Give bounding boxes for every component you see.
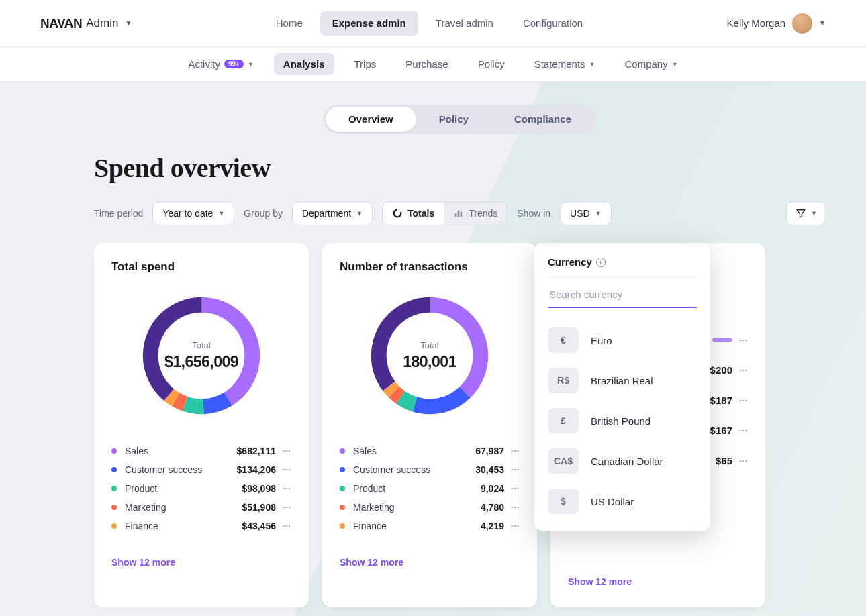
legend-value: 4,780: [481, 502, 504, 513]
svg-rect-2: [458, 211, 460, 217]
currency-option[interactable]: £British Pound: [548, 401, 697, 441]
more-icon[interactable]: ···: [739, 396, 748, 405]
chevron-down-icon: ▼: [218, 210, 224, 217]
info-icon[interactable]: i: [596, 258, 606, 267]
legend-dot: [111, 448, 117, 454]
legend-value: $682,111: [237, 446, 276, 456]
more-icon[interactable]: ···: [283, 465, 291, 474]
legend-dot: [111, 486, 117, 491]
segment-overview[interactable]: Overview: [326, 107, 416, 132]
more-icon[interactable]: ···: [283, 521, 291, 531]
legend-dot: [111, 467, 117, 472]
currency-symbol: R$: [548, 368, 579, 393]
legend-item: Customer success30,453···: [340, 460, 520, 479]
svg-rect-3: [461, 212, 463, 217]
legend-item: Finance$43,456···: [111, 517, 291, 535]
more-icon[interactable]: ···: [511, 446, 520, 456]
popover-title: Currency: [548, 256, 592, 268]
chevron-down-icon: ▼: [589, 61, 595, 68]
sub-nav: Activity 99+ ▼ Analysis Trips Purchase P…: [0, 47, 866, 82]
nav-configuration[interactable]: Configuration: [511, 11, 595, 36]
currency-option[interactable]: $US Dollar: [548, 481, 697, 521]
toggle-trends[interactable]: Trends: [444, 202, 507, 225]
brand-subtitle: Admin: [86, 17, 118, 30]
more-icon[interactable]: ···: [511, 503, 520, 512]
currency-list: €EuroR$Brazilian Real£British PoundCA$Ca…: [548, 320, 697, 521]
toggle-trends-label: Trends: [469, 208, 497, 219]
donut-chart-spend: Total $1,656,009: [134, 289, 269, 423]
filter-button[interactable]: ▼: [786, 201, 826, 225]
avatar: [792, 13, 812, 34]
legend-dot: [111, 505, 117, 510]
subnav-activity[interactable]: Activity 99+ ▼: [179, 53, 262, 75]
subnav-purchase[interactable]: Purchase: [396, 53, 457, 75]
donut-center-value: $1,656,009: [164, 353, 238, 371]
nav-travel-admin[interactable]: Travel admin: [424, 11, 506, 36]
legend-value: $51,908: [242, 502, 276, 513]
legend-item: Product9,024···: [340, 479, 520, 498]
more-icon[interactable]: ···: [511, 484, 520, 493]
metric-value: $187: [710, 395, 732, 406]
legend-dot: [340, 505, 345, 510]
legend-item: Sales67,987···: [340, 442, 520, 460]
card-metrics: Currency i €EuroR$Brazilian Real£British…: [550, 243, 765, 607]
legend-item: Customer success$134,206···: [111, 460, 291, 479]
group-by-dropdown[interactable]: Department ▼: [292, 201, 373, 225]
more-icon[interactable]: ···: [283, 503, 291, 512]
more-icon[interactable]: ···: [739, 366, 748, 375]
more-icon[interactable]: ···: [739, 426, 748, 435]
legend-name: Sales: [125, 446, 237, 456]
currency-symbol: £: [548, 408, 579, 433]
funnel-icon: [795, 207, 807, 219]
more-icon[interactable]: ···: [511, 465, 520, 474]
show-more-link[interactable]: Show 12 more: [111, 557, 291, 568]
legend-item: Product$98,098···: [111, 479, 291, 498]
chevron-down-icon: ▼: [672, 61, 678, 68]
legend-dot: [340, 448, 345, 454]
show-more-link[interactable]: Show 12 more: [340, 557, 520, 568]
user-menu[interactable]: Kelly Morgan ▼: [727, 13, 826, 34]
currency-popover: Currency i €EuroR$Brazilian Real£British…: [534, 243, 710, 531]
chevron-down-icon: ▼: [819, 19, 826, 27]
show-more-link[interactable]: Show 12 more: [568, 576, 748, 587]
filter-bar: Time period Year to date ▼ Group by Depa…: [94, 201, 826, 225]
segment-compliance[interactable]: Compliance: [491, 107, 594, 132]
card-total-spend: Total spend Total $1,656,009 Sales$682,1…: [94, 243, 309, 607]
currency-name: Euro: [591, 335, 612, 346]
user-name: Kelly Morgan: [727, 17, 786, 29]
currency-option[interactable]: CA$Canadian Dollar: [548, 441, 697, 481]
currency-name: Brazilian Real: [591, 375, 653, 387]
currency-search-input[interactable]: [548, 283, 697, 308]
subnav-policy[interactable]: Policy: [469, 53, 514, 75]
legend-dot: [340, 467, 345, 472]
more-icon[interactable]: ···: [283, 446, 291, 456]
currency-dropdown[interactable]: USD ▼: [560, 201, 611, 225]
more-icon[interactable]: ···: [739, 456, 748, 466]
donut-center-value: 180,001: [403, 353, 456, 371]
subnav-analysis[interactable]: Analysis: [274, 53, 334, 75]
subnav-company[interactable]: Company ▼: [615, 53, 687, 75]
segment-policy[interactable]: Policy: [416, 107, 491, 132]
metric-value: $200: [710, 364, 732, 376]
toggle-totals[interactable]: Totals: [383, 202, 444, 225]
currency-option[interactable]: €Euro: [548, 320, 697, 360]
subnav-trips[interactable]: Trips: [345, 53, 386, 75]
currency-option[interactable]: R$Brazilian Real: [548, 360, 697, 401]
brand-switcher[interactable]: NAVAN Admin ▼: [40, 16, 132, 31]
legend-item: Finance4,219···: [340, 517, 520, 535]
more-icon[interactable]: ···: [511, 521, 520, 531]
metric-bar: [712, 338, 732, 342]
currency-name: Canadian Dollar: [591, 456, 663, 467]
currency-symbol: $: [548, 489, 579, 514]
donut-chart-tx: Total 180,001: [363, 289, 497, 423]
legend-value: $43,456: [242, 521, 276, 531]
legend-name: Marketing: [353, 502, 481, 513]
nav-home[interactable]: Home: [264, 11, 315, 36]
subnav-company-label: Company: [624, 58, 667, 70]
more-icon[interactable]: ···: [739, 336, 748, 345]
nav-expense-admin[interactable]: Expense admin: [320, 11, 418, 36]
page-title: Spend overview: [94, 152, 826, 184]
more-icon[interactable]: ···: [283, 484, 291, 493]
subnav-statements[interactable]: Statements ▼: [525, 53, 605, 75]
time-period-dropdown[interactable]: Year to date ▼: [152, 201, 234, 225]
